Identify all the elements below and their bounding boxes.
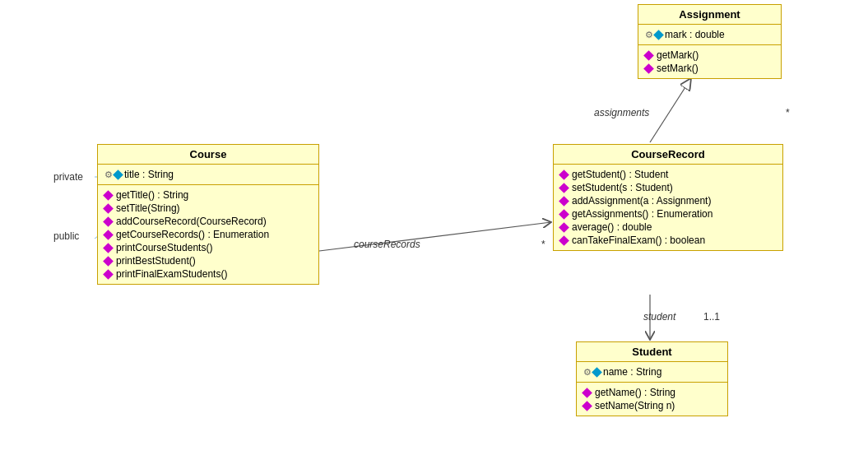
class-student: Student ⚙ name : String getName() : Stri… <box>576 341 728 416</box>
label-courserecords: courseRecords <box>354 239 420 250</box>
class-assignment-header: Assignment <box>638 5 781 25</box>
member-addcourserecord: addCourseRecord(CourseRecord) <box>104 215 312 228</box>
class-assignment-methods: getMark() setMark() <box>638 45 781 78</box>
member-getstudent: getStudent() : Student <box>560 168 776 181</box>
class-course-header: Course <box>98 145 318 165</box>
member-setname: setName(String n) <box>583 399 721 412</box>
label-student: student <box>643 311 675 323</box>
member-average: average() : double <box>560 221 776 234</box>
member-name: ⚙ name : String <box>583 365 721 378</box>
member-getassignments: getAssignments() : Enumeration <box>560 207 776 221</box>
member-mark: ⚙ mark : double <box>645 28 774 41</box>
class-course: Course ⚙ title : String getTitle() : Str… <box>97 144 319 285</box>
diagram-container: Assignment ⚙ mark : double getMark() set… <box>0 0 868 469</box>
class-courserecord-methods: getStudent() : Student setStudent(s : St… <box>554 165 782 250</box>
class-course-attributes: ⚙ title : String <box>98 165 318 185</box>
label-onetone: 1..1 <box>703 311 720 323</box>
class-assignment: Assignment ⚙ mark : double getMark() set… <box>638 4 782 79</box>
member-getname: getName() : String <box>583 386 721 399</box>
attr-mark-text: mark : double <box>665 29 725 40</box>
class-courserecord: CourseRecord getStudent() : Student setS… <box>553 144 783 251</box>
class-courserecord-header: CourseRecord <box>554 145 782 165</box>
svg-line-3 <box>650 78 691 142</box>
member-setstudent: setStudent(s : Student) <box>560 181 776 194</box>
member-gettitle: getTitle() : String <box>104 188 312 202</box>
label-public: public <box>53 230 79 242</box>
member-title: ⚙ title : String <box>104 168 312 181</box>
label-star1: * <box>541 239 545 250</box>
member-getmark: getMark() <box>645 49 774 62</box>
class-student-header: Student <box>577 342 727 362</box>
member-addassignment: addAssignment(a : Assignment) <box>560 194 776 207</box>
label-private: private <box>53 171 83 183</box>
class-course-methods: getTitle() : String setTitle(String) add… <box>98 185 318 284</box>
member-printcoursestudents: printCourseStudents() <box>104 241 312 254</box>
member-cantakefinalexam: canTakeFinalExam() : boolean <box>560 234 776 247</box>
member-printfinalexamstudents: printFinalExamStudents() <box>104 267 312 281</box>
label-star2: * <box>786 107 790 118</box>
member-getcourserecords: getCourseRecords() : Enumeration <box>104 228 312 241</box>
class-assignment-attributes: ⚙ mark : double <box>638 25 781 45</box>
member-printbeststudent: printBestStudent() <box>104 254 312 267</box>
member-setmark: setMark() <box>645 62 774 75</box>
member-settitle: setTitle(String) <box>104 202 312 215</box>
class-student-methods: getName() : String setName(String n) <box>577 383 727 416</box>
class-student-attributes: ⚙ name : String <box>577 362 727 383</box>
label-assignments: assignments <box>594 107 649 118</box>
